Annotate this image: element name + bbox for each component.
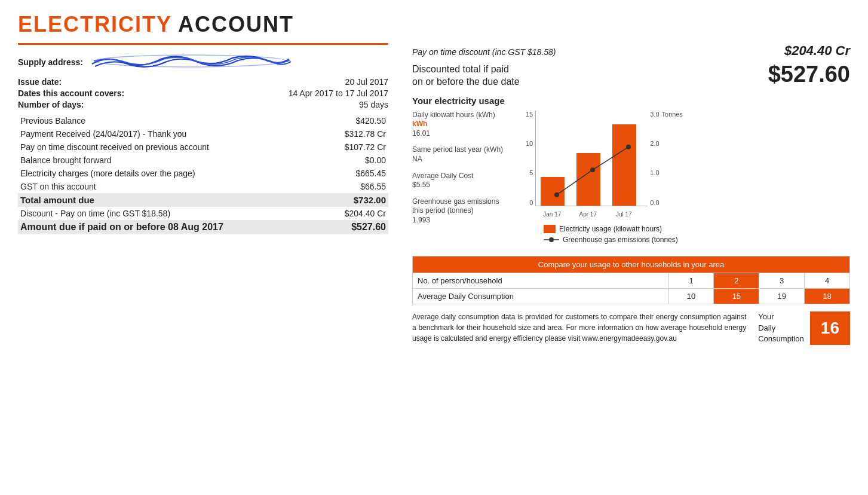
chart-inner — [535, 111, 648, 206]
consumption-value: 10 — [668, 288, 714, 304]
avg-daily-cost-value: $5.55 — [412, 181, 430, 189]
final-label: Amount due if paid on or before 08 Aug 2… — [18, 220, 321, 234]
person-count: 1 — [668, 273, 714, 288]
chart-wrapper: 15 10 5 0 Jan 17Apr 17Ju — [526, 111, 683, 244]
person-count: 4 — [805, 273, 850, 288]
daily-label: YourDailyConsumption — [758, 311, 804, 344]
comparison-consumption-row: Average Daily Consumption10151918 — [413, 288, 850, 304]
charge-row: GST on this account$66.55 — [18, 180, 388, 193]
pay-discount-amount: $204.40 Cr — [784, 43, 850, 59]
charge-description: Balance brought forward — [18, 154, 321, 167]
discount-row: Discount - Pay on time (inc GST $18.58) … — [18, 207, 388, 220]
comparison-header-row: Compare your usage to other households i… — [413, 256, 850, 273]
discounted-total: $527.60 — [768, 62, 850, 87]
bar — [576, 153, 600, 206]
persons-label: No. of person/household — [413, 273, 669, 288]
chart-with-axes: 15 10 5 0 Jan 17Apr 17Ju — [526, 111, 683, 218]
x-labels: Jan 17Apr 17Jul 17 — [535, 211, 648, 218]
supply-address-label: Supply address: — [18, 57, 83, 67]
discounted-total-row: Discounted total if paid on or before th… — [412, 61, 850, 88]
consumption-label: Average Daily Consumption — [413, 288, 669, 304]
chart-section: Daily kilowatt hours (kWh) kWh 16.01 Sam… — [412, 111, 850, 244]
charge-description: Electricity charges (more details over t… — [18, 167, 321, 180]
charge-row: Previous Balance$420.50 — [18, 114, 388, 127]
legend-electricity: Electricity usage (kilowatt hours) — [544, 225, 683, 233]
final-row: Amount due if paid on or before 08 Aug 2… — [18, 220, 388, 234]
y-label-10: 10 — [526, 140, 533, 147]
person-count: 3 — [759, 273, 805, 288]
charge-row: Payment Received (24/04/2017) - Thank yo… — [18, 127, 388, 140]
bottom-text: Average daily consumption data is provid… — [412, 311, 746, 345]
y-right-label-2: 2.0 — [650, 140, 659, 147]
left-column: Supply address: Issue date: 20 Jul 2017 … — [18, 43, 388, 345]
legend-electricity-label: Electricity usage (kilowatt hours) — [559, 225, 662, 233]
divider — [18, 43, 388, 45]
person-count: 2 — [714, 273, 759, 288]
charge-description: GST on this account — [18, 180, 321, 193]
consumption-value: 19 — [759, 288, 805, 304]
bar — [612, 124, 636, 206]
kwh-label: Daily kilowatt hours (kWh) — [412, 111, 495, 119]
y-label-0: 0 — [526, 199, 533, 206]
right-column: Pay on time discount (inc GST $18.58) $2… — [406, 43, 850, 345]
y-label-15: 15 — [526, 111, 533, 118]
total-label: Total amount due — [18, 193, 321, 207]
y-axis-right: 3.0 2.0 1.0 0.0 — [648, 111, 659, 206]
charge-amount: $312.78 Cr — [321, 127, 388, 140]
supply-address-row: Supply address: — [18, 52, 388, 72]
pay-discount-row: Pay on time discount (inc GST $18.58) $2… — [412, 43, 850, 59]
legend-greenhouse: Greenhouse gas emissions (tonnes) — [544, 236, 683, 244]
charge-description: Pay on time discount received on previou… — [18, 140, 321, 154]
issue-date-label: Issue date: — [18, 77, 62, 87]
kwh-unit: kWh — [412, 120, 427, 128]
page-header: ELECTRICITY ACCOUNT — [18, 12, 850, 37]
final-amount: $527.60 — [321, 220, 388, 234]
charge-row: Pay on time discount received on previou… — [18, 140, 388, 154]
days-value: 95 days — [359, 100, 388, 109]
avg-daily-cost-label: Average Daily Cost — [412, 172, 474, 180]
charge-amount: $0.00 — [321, 154, 388, 167]
same-period-label: Same period last year (kWh) — [412, 145, 503, 154]
comparison-section: Compare your usage to other households i… — [412, 256, 850, 304]
y-right-label-3: 3.0 — [650, 111, 659, 118]
discounted-label-line1: Discounted total if paid — [412, 64, 509, 74]
charge-amount: $420.50 — [321, 114, 388, 127]
daily-number: 16 — [810, 311, 850, 345]
dates-label: Dates this account covers: — [18, 88, 124, 98]
kwh-value: 16.01 — [412, 129, 430, 138]
discount-label: Discount - Pay on time (inc GST $18.58) — [18, 207, 321, 220]
charge-description: Payment Received (24/04/2017) - Thank yo… — [18, 127, 321, 140]
total-row: Total amount due $732.00 — [18, 193, 388, 207]
account-label: ACCOUNT — [178, 12, 294, 37]
charge-amount: $66.55 — [321, 180, 388, 193]
y-axis-left: 15 10 5 0 — [526, 111, 535, 206]
consumption-value: 15 — [714, 288, 759, 304]
daily-consumption-box: YourDailyConsumption 16 — [758, 311, 850, 345]
svg-point-0 — [95, 55, 286, 67]
charge-row: Balance brought forward$0.00 — [18, 154, 388, 167]
same-period-group: Same period last year (kWh) NA — [412, 145, 508, 164]
usage-heading: Your electricity usage — [412, 96, 850, 106]
avg-cost-group: Average Daily Cost $5.55 — [412, 172, 508, 190]
comparison-table: Compare your usage to other households i… — [412, 256, 850, 304]
daily-label-text: YourDailyConsumption — [758, 312, 804, 343]
x-label: Apr 17 — [576, 211, 600, 218]
charge-description: Previous Balance — [18, 114, 321, 127]
greenhouse-label: Greenhouse gas emissions this period (to… — [412, 197, 499, 215]
pay-discount-label: Pay on time discount (inc GST $18.58) — [412, 47, 556, 57]
discounted-label-line2: on or before the due date — [412, 77, 520, 87]
svg-point-7 — [549, 237, 554, 242]
charge-row: Electricity charges (more details over t… — [18, 167, 388, 180]
issue-date-value: 20 Jul 2017 — [345, 77, 388, 87]
consumption-value: 18 — [805, 288, 850, 304]
electricity-label: ELECTRICITY — [18, 12, 172, 37]
tonnes-label: Tonnes — [660, 111, 683, 118]
greenhouse-value: 1.993 — [412, 216, 430, 224]
bottom-section: Average daily consumption data is provid… — [412, 311, 850, 345]
legend-greenhouse-icon — [544, 236, 559, 244]
discount-amount: $204.40 Cr — [321, 207, 388, 220]
dates-row: Dates this account covers: 14 Apr 2017 t… — [18, 88, 388, 98]
y-right-label-1: 1.0 — [650, 169, 659, 176]
kwh-label-group: Daily kilowatt hours (kWh) kWh 16.01 — [412, 111, 508, 139]
days-label: Number of days: — [18, 100, 84, 109]
